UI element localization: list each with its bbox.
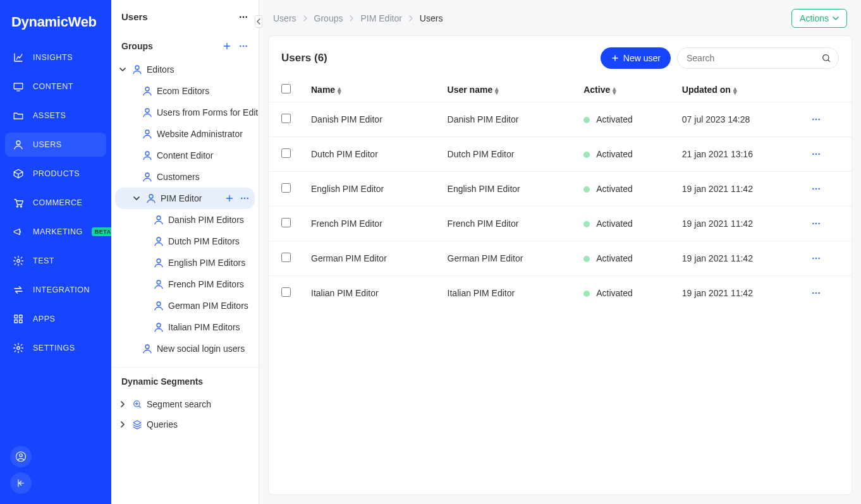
tree-item[interactable]: Dutch PIM Editors — [111, 231, 259, 252]
table-row[interactable]: Italian PIM EditorItalian PIM EditorActi… — [269, 276, 852, 311]
row-actions-button[interactable] — [801, 241, 852, 276]
table-row[interactable]: French PIM EditorFrench PIM EditorActiva… — [269, 207, 852, 241]
groups-heading: Groups — [121, 41, 153, 51]
more-horizontal-icon[interactable] — [238, 41, 248, 51]
row-actions-button[interactable] — [801, 276, 852, 311]
tree-item[interactable]: Website Administrator — [111, 123, 259, 145]
tree-item[interactable]: French PIM Editors — [111, 273, 259, 295]
tree-item-label: Editors — [147, 64, 174, 75]
select-all-checkbox[interactable] — [281, 84, 291, 93]
nav-item-integration[interactable]: INTEGRATION — [5, 278, 106, 302]
svg-rect-0 — [14, 83, 23, 89]
expand-toggle[interactable] — [118, 401, 128, 407]
expand-toggle[interactable] — [118, 66, 128, 73]
row-checkbox[interactable] — [281, 287, 291, 297]
row-checkbox[interactable] — [281, 114, 291, 123]
tree-item-label: Users from Forms for Editors — [157, 107, 259, 117]
svg-point-17 — [245, 45, 247, 47]
svg-point-33 — [157, 323, 161, 327]
user-icon — [131, 64, 143, 75]
tree-item[interactable]: Editors — [111, 59, 259, 80]
table-row[interactable]: Danish PIM EditorDanish PIM EditorActiva… — [269, 102, 852, 137]
svg-point-41 — [815, 153, 817, 155]
svg-point-40 — [813, 153, 814, 155]
user-icon — [142, 150, 153, 161]
row-actions-button[interactable] — [801, 172, 852, 207]
nav-item-users[interactable]: USERS — [5, 133, 106, 157]
col-active[interactable]: Active▴▾ — [573, 78, 672, 102]
actions-button[interactable]: Actions — [791, 9, 847, 28]
tree-item[interactable]: German PIM Editors — [111, 295, 259, 316]
svg-point-14 — [245, 16, 247, 17]
nav-item-content[interactable]: CONTENT — [5, 75, 106, 99]
nav-item-test[interactable]: TEST — [5, 249, 106, 273]
panel-collapse-handle[interactable] — [255, 15, 262, 28]
row-actions-button[interactable] — [801, 207, 852, 241]
cell-name: Danish PIM Editor — [301, 102, 437, 137]
nav-item-commerce[interactable]: COMMERCE — [5, 191, 106, 215]
plus-icon[interactable] — [222, 41, 232, 51]
row-actions-button[interactable] — [801, 137, 852, 172]
nav-item-products[interactable]: PRODUCTS — [5, 162, 106, 186]
nav-item-settings[interactable]: SETTINGS — [5, 336, 106, 360]
row-checkbox[interactable] — [281, 253, 291, 262]
user-icon — [153, 214, 164, 225]
card-title: Users (6) — [281, 52, 327, 64]
nav-item-assets[interactable]: ASSETS — [5, 104, 106, 128]
cell-updated: 19 jan 2021 11:42 — [672, 241, 802, 276]
tree-item[interactable]: Segment search — [111, 394, 259, 414]
cell-username: Dutch PIM Editor — [437, 137, 574, 172]
new-user-label: New user — [623, 53, 661, 63]
tree-item[interactable]: New social login users — [111, 338, 259, 359]
row-actions-button[interactable] — [801, 102, 852, 137]
nav-item-marketing[interactable]: MARKETINGBETA — [5, 220, 106, 244]
tree-item[interactable]: English PIM Editors — [111, 252, 259, 273]
search-input[interactable] — [677, 47, 839, 69]
svg-point-24 — [149, 195, 153, 198]
account-button[interactable] — [10, 446, 32, 467]
col-name[interactable]: Name▴▾ — [301, 78, 437, 102]
svg-point-21 — [145, 130, 149, 134]
table-row[interactable]: German PIM EditorGerman PIM EditorActiva… — [269, 241, 852, 276]
cell-updated: 07 jul 2023 14:28 — [672, 102, 802, 137]
expand-toggle[interactable] — [118, 421, 128, 428]
tree-item[interactable]: Customers — [111, 166, 259, 188]
gear-icon — [13, 255, 24, 267]
tree-item[interactable]: Content Editor — [111, 145, 259, 166]
table-row[interactable]: Dutch PIM EditorDutch PIM EditorActivate… — [269, 137, 852, 172]
svg-point-52 — [813, 292, 814, 294]
breadcrumb-item[interactable]: Users — [273, 13, 296, 23]
add-child-button[interactable] — [224, 193, 235, 203]
users-table: Name▴▾ User name▴▾ Active▴▾ Updated on▴▾… — [269, 78, 852, 310]
tree-more-button[interactable] — [240, 193, 250, 203]
tree-item[interactable]: Queries — [111, 414, 259, 435]
col-updated[interactable]: Updated on▴▾ — [672, 78, 802, 102]
cell-updated: 21 jan 2021 13:16 — [672, 137, 802, 172]
nav-item-label: ASSETS — [33, 111, 66, 120]
row-checkbox[interactable] — [281, 148, 291, 158]
tree-item[interactable]: Danish PIM Editors — [111, 209, 259, 231]
tree-item[interactable]: Users from Forms for Editors — [111, 102, 259, 123]
breadcrumb-item[interactable]: PIM Editor — [360, 13, 401, 23]
tree-item[interactable]: Italian PIM Editors — [111, 316, 259, 338]
table-row[interactable]: English PIM EditorEnglish PIM EditorActi… — [269, 172, 852, 207]
col-username[interactable]: User name▴▾ — [437, 78, 574, 102]
user-icon — [142, 85, 153, 97]
new-user-button[interactable]: New user — [601, 47, 671, 69]
search-icon[interactable] — [821, 53, 831, 63]
nav-item-label: INSIGHTS — [33, 53, 73, 62]
svg-point-32 — [157, 302, 161, 306]
row-checkbox[interactable] — [281, 183, 291, 193]
nav-item-label: COMMERCE — [33, 198, 82, 207]
more-horizontal-icon[interactable] — [238, 12, 248, 22]
svg-point-9 — [17, 347, 20, 350]
svg-point-3 — [20, 206, 21, 207]
breadcrumb-item[interactable]: Groups — [314, 13, 343, 23]
expand-toggle[interactable] — [131, 195, 142, 201]
collapse-nav-button[interactable] — [10, 472, 32, 494]
nav-item-apps[interactable]: APPS — [5, 307, 106, 331]
tree-item[interactable]: PIM Editor — [115, 188, 255, 209]
row-checkbox[interactable] — [281, 218, 291, 227]
tree-item[interactable]: Ecom Editors — [111, 80, 259, 102]
nav-item-insights[interactable]: INSIGHTS — [5, 45, 106, 69]
